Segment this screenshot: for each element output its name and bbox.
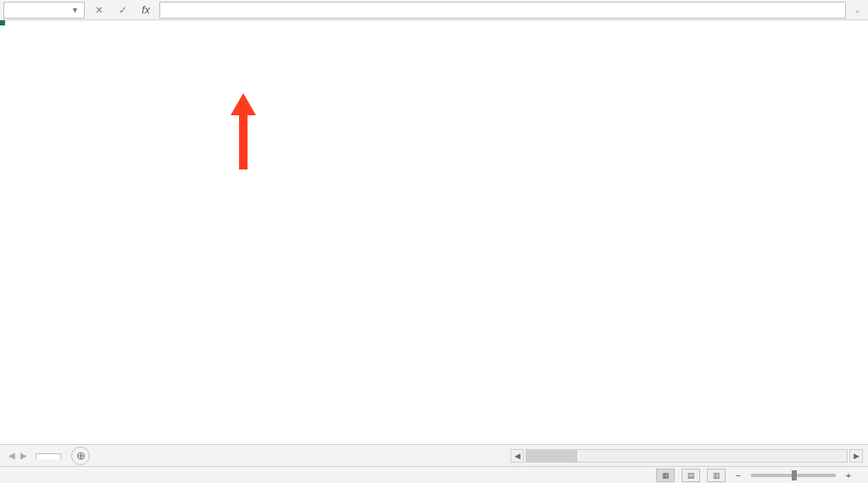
page-break-view-button[interactable]: ▥ (707, 469, 726, 482)
first-sheet-icon[interactable]: ◀ (7, 449, 17, 462)
arrow-up-icon (229, 93, 258, 169)
zoom-in-button[interactable]: + (843, 470, 854, 480)
expand-formula-bar-icon[interactable]: ⌄ (851, 6, 865, 14)
add-sheet-button[interactable]: ⊕ (71, 447, 90, 465)
formula-bar: ▼ ✕ ✓ fx ⌄ (0, 0, 868, 20)
fx-icon[interactable]: fx (137, 4, 154, 16)
zoom-out-button[interactable]: − (732, 470, 744, 480)
enter-formula-button[interactable]: ✓ (114, 2, 132, 19)
scroll-right-icon[interactable]: ▶ (849, 449, 863, 463)
chevron-down-icon[interactable]: ▼ (71, 6, 79, 14)
horizontal-scrollbar[interactable] (526, 449, 848, 463)
name-box[interactable]: ▼ (3, 2, 85, 19)
sheet-nav: ◀ ▶ (0, 449, 36, 462)
cancel-formula-button[interactable]: ✕ (90, 2, 108, 19)
sheet-tab-bar: ◀ ▶ ⊕ ◀ ▶ (0, 444, 868, 466)
formula-input[interactable] (159, 2, 846, 19)
normal-view-button[interactable]: ▦ (656, 469, 675, 482)
status-bar: ▦ ▤ ▥ − + (0, 466, 868, 483)
sheet-tab-active[interactable] (36, 453, 61, 459)
fill-handle[interactable] (0, 20, 5, 25)
worksheet-grid[interactable] (0, 20, 868, 442)
scroll-left-icon[interactable]: ◀ (510, 449, 524, 463)
page-layout-view-button[interactable]: ▤ (682, 469, 700, 482)
next-sheet-icon[interactable]: ▶ (19, 449, 29, 462)
zoom-slider[interactable] (751, 474, 836, 477)
svg-marker-0 (231, 93, 256, 169)
